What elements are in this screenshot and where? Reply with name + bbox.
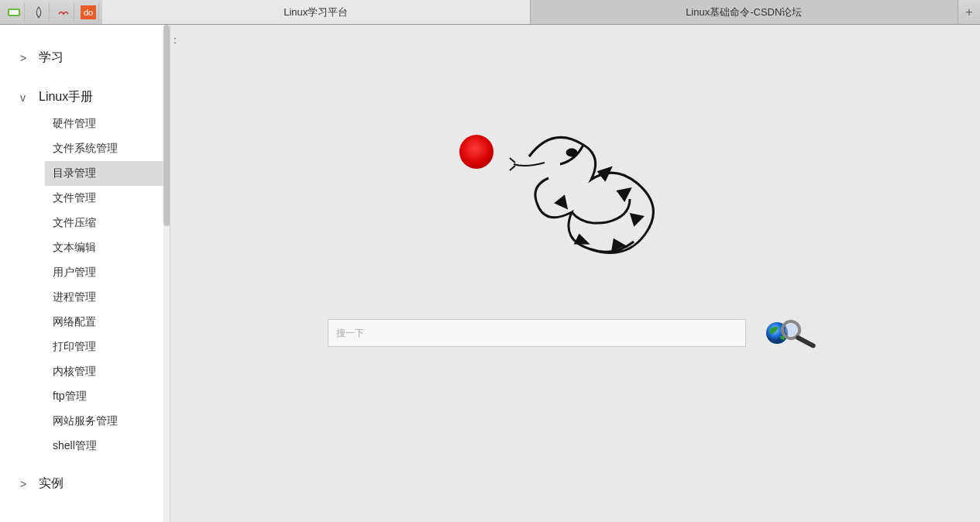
nav-item-compress[interactable]: 文件压缩 <box>45 211 167 235</box>
logo-image <box>459 125 692 273</box>
toolbar-icon-2[interactable] <box>28 3 50 22</box>
snake-icon <box>498 125 692 273</box>
nav-items-manual: 硬件管理 文件系统管理 目录管理 文件管理 文件压缩 文本编辑 用户管理 进程管… <box>0 112 170 458</box>
search-button[interactable] <box>762 316 824 350</box>
sidebar-scrollbar-track[interactable] <box>163 25 170 522</box>
svg-text:do: do <box>83 8 92 17</box>
toolbar-icon-do[interactable]: do <box>77 3 99 22</box>
nav-item-network[interactable]: 网络配置 <box>45 310 167 335</box>
nav-label-manual: Linux手册 <box>39 89 93 105</box>
nav-item-user[interactable]: 用户管理 <box>45 260 167 285</box>
chevron-right-icon: > <box>20 478 33 490</box>
nav-header-examples[interactable]: > 实例 <box>0 469 170 498</box>
svg-point-4 <box>567 149 576 156</box>
stray-colon-text: : <box>174 34 177 46</box>
tab-inactive[interactable]: Linux基础命令-CSDN论坛 <box>531 0 959 24</box>
svg-point-7 <box>785 324 797 336</box>
tab-inactive-label: Linux基础命令-CSDN论坛 <box>686 5 802 19</box>
chevron-down-icon: v <box>20 91 33 104</box>
nav-item-ftp[interactable]: ftp管理 <box>45 384 167 409</box>
tab-bar: do Linux学习平台 Linux基础命令-CSDN论坛 + <box>0 0 980 25</box>
nav-item-directory[interactable]: 目录管理 <box>45 161 167 186</box>
nav-label-study: 学习 <box>39 50 64 66</box>
toolbar-icon-1[interactable] <box>3 3 25 22</box>
nav-item-filesystem[interactable]: 文件系统管理 <box>45 136 167 161</box>
nav-header-study[interactable]: > 学习 <box>0 43 170 72</box>
nav-section-study: > 学习 <box>0 43 170 72</box>
toolbar-icon-3[interactable] <box>53 3 74 22</box>
content-area: : <box>170 25 980 522</box>
nav-section-examples: > 实例 <box>0 469 170 498</box>
tab-active-label: Linux学习平台 <box>284 5 348 19</box>
nav-header-manual[interactable]: v Linux手册 <box>0 83 170 112</box>
nav-item-textedit[interactable]: 文本编辑 <box>45 235 167 260</box>
toolbar-icons: do <box>0 0 102 24</box>
search-row <box>170 316 980 350</box>
search-input[interactable] <box>328 319 746 347</box>
nav-item-print[interactable]: 打印管理 <box>45 335 167 359</box>
svg-rect-1 <box>9 10 19 15</box>
nav-item-kernel[interactable]: 内核管理 <box>45 359 167 384</box>
svg-rect-8 <box>795 335 817 349</box>
nav-label-examples: 实例 <box>39 476 64 492</box>
nav-item-shell[interactable]: shell管理 <box>45 434 167 458</box>
sidebar-scrollbar-thumb[interactable] <box>163 25 170 226</box>
search-globe-icon <box>762 316 824 350</box>
nav-item-file[interactable]: 文件管理 <box>45 186 167 211</box>
tab-add-button[interactable]: + <box>958 0 980 24</box>
chevron-right-icon: > <box>20 52 33 64</box>
red-circle-icon <box>459 135 493 169</box>
nav-item-website[interactable]: 网站服务管理 <box>45 409 167 434</box>
nav-item-process[interactable]: 进程管理 <box>45 285 167 310</box>
nav-item-hardware[interactable]: 硬件管理 <box>45 112 167 136</box>
sidebar: > 学习 v Linux手册 硬件管理 文件系统管理 目录管理 文件管理 文件压… <box>0 25 170 522</box>
nav-section-manual: v Linux手册 硬件管理 文件系统管理 目录管理 文件管理 文件压缩 文本编… <box>0 83 170 458</box>
tab-active[interactable]: Linux学习平台 <box>102 0 531 24</box>
